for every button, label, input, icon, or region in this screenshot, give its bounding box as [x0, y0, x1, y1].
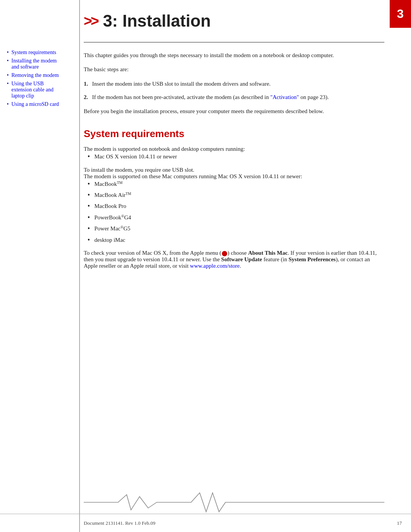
chapter-divider: [84, 42, 384, 43]
footer: Document 2131141. Rev 1.0 Feb.09 17: [0, 514, 411, 532]
computers-list: MacBookTM MacBook AirTM MacBook Pro Powe…: [84, 180, 384, 244]
sysreq-p3: The modem is supported on these Mac comp…: [84, 173, 384, 180]
computer-item-3: MacBook Pro: [88, 202, 384, 211]
sysreq-p1: The modem is supported on notebook and d…: [84, 146, 384, 152]
sidebar-item-installing[interactable]: Installing the modemand software: [7, 58, 75, 70]
footer-document-info: Document 2131141. Rev 1.0 Feb.09: [84, 520, 155, 526]
steps-list: 1. Insert the modem into the USB slot to…: [84, 80, 384, 102]
sysreq-p2: To install the modem, you require one US…: [84, 167, 384, 173]
computer-item-5: Power Mac® G5: [88, 224, 384, 233]
intro-p3: Before you begin the installation proces…: [84, 107, 384, 116]
sysreq-p4: To check your version of Mac OS X, from …: [84, 250, 384, 269]
step-2: 2. If the modem has not been pre-activat…: [84, 93, 384, 102]
wave-decoration: [84, 491, 384, 514]
sidebar: System requirements Installing the modem…: [0, 0, 80, 532]
computer-item-2: MacBook AirTM: [88, 191, 384, 200]
sidebar-item-usb[interactable]: Using the USBextension cable andlaptop c…: [7, 81, 75, 99]
apple-icon: [222, 251, 227, 256]
sidebar-item-system-requirements[interactable]: System requirements: [7, 50, 75, 56]
sidebar-item-removing[interactable]: Removing the modem: [7, 72, 75, 78]
mac-os-list: Mac OS X version 10.4.11 or newer: [84, 152, 384, 161]
sidebar-item-microsd[interactable]: Using a microSD card: [7, 101, 75, 107]
system-requirements-section: System requirements The modem is support…: [84, 128, 384, 269]
computer-item-6: desktop iMac: [88, 236, 384, 244]
mac-os-item: Mac OS X version 10.4.11 or newer: [88, 152, 384, 161]
apple-store-link[interactable]: www.apple.com/store: [190, 263, 240, 269]
footer-page-number: 17: [397, 520, 402, 526]
computer-item-1: MacBookTM: [88, 180, 384, 189]
intro-section: This chapter guides you through the step…: [84, 51, 384, 116]
sidebar-link-installing[interactable]: Installing the modemand software: [11, 58, 57, 70]
activation-link[interactable]: "Activation": [270, 94, 299, 100]
chapter-number-badge: 3: [390, 0, 411, 28]
computer-item-4: PowerBook® G4: [88, 213, 384, 222]
system-requirements-heading: System requirements: [84, 128, 384, 140]
intro-p1: This chapter guides you through the step…: [84, 51, 384, 60]
step-1: 1. Insert the modem into the USB slot to…: [84, 80, 384, 88]
chapter-title: 3: Installation: [103, 11, 211, 30]
main-content: >> 3: Installation This chapter guides y…: [84, 0, 384, 292]
chapter-arrows-icon: >>: [84, 13, 97, 29]
intro-p2: The basic steps are:: [84, 65, 384, 74]
chapter-header: >> 3: Installation: [84, 8, 384, 30]
sidebar-nav: System requirements Installing the modem…: [7, 50, 75, 107]
